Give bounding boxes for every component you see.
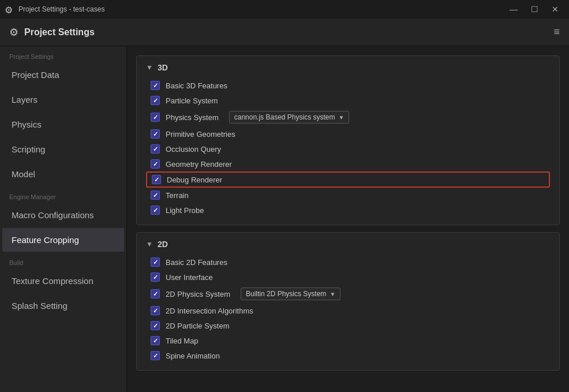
physics-dropdown-arrow: ▼	[339, 114, 345, 121]
label-particle-system: Particle System	[166, 96, 218, 105]
checkbox-tiled-map[interactable]	[151, 336, 160, 345]
minimize-button[interactable]: —	[504, 3, 523, 15]
2d-physics-dropdown-value: Builtin 2D Physics System	[246, 290, 326, 298]
section-2d: ▼ 2D Basic 2D Features User Interface 2D…	[136, 232, 560, 371]
maximize-button[interactable]: ☐	[525, 3, 544, 15]
section-2d-header[interactable]: ▼ 2D	[146, 240, 550, 249]
label-debug-renderer: Debug Renderer	[167, 176, 222, 184]
checkbox-physics-system[interactable]	[151, 113, 160, 122]
checkbox-light-probe[interactable]	[151, 206, 160, 215]
feature-occlusion-query: Occlusion Query	[146, 141, 550, 156]
feature-primitive-geometries: Primitive Geometries	[146, 126, 550, 141]
sidebar-item-splash-setting[interactable]: Splash Setting	[2, 294, 124, 318]
checkbox-2d-intersection[interactable]	[151, 306, 160, 315]
label-2d-physics: 2D Physics System	[166, 290, 230, 298]
feature-debug-renderer: Debug Renderer	[146, 171, 550, 188]
main-layout: Project Settings Project Data Layers Phy…	[0, 46, 569, 392]
checkbox-basic-3d[interactable]	[151, 81, 160, 90]
close-button[interactable]: ✕	[546, 3, 564, 15]
checkbox-debug-renderer[interactable]	[152, 175, 161, 184]
checkbox-particle-system[interactable]	[151, 96, 160, 105]
feature-geometry-renderer: Geometry Renderer	[146, 156, 550, 171]
feature-2d-physics: 2D Physics System Builtin 2D Physics Sys…	[146, 285, 550, 303]
header-left: ⚙ Project Settings	[9, 26, 95, 39]
app: ⚙ Project Settings ≡ Project Settings Pr…	[0, 18, 569, 392]
sidebar-item-texture-compression[interactable]: Texture Compression	[2, 269, 124, 293]
project-group-label: Project Settings	[0, 46, 126, 62]
label-basic-2d: Basic 2D Features	[166, 258, 227, 267]
app-icon: ⚙	[5, 5, 14, 14]
physics-dropdown[interactable]: cannon.js Based Physics system ▼	[229, 111, 350, 124]
label-terrain: Terrain	[166, 191, 189, 200]
sidebar: Project Settings Project Data Layers Phy…	[0, 46, 127, 392]
feature-light-probe: Light Probe	[146, 203, 550, 218]
checkbox-2d-particle[interactable]	[151, 321, 160, 330]
checkbox-basic-2d[interactable]	[151, 257, 160, 267]
sidebar-item-physics[interactable]: Physics	[2, 113, 124, 136]
2d-physics-dropdown[interactable]: Builtin 2D Physics System ▼	[241, 288, 340, 300]
2d-physics-dropdown-arrow: ▼	[330, 291, 335, 297]
feature-2d-particle: 2D Particle System	[146, 318, 550, 333]
label-basic-3d: Basic 3D Features	[166, 81, 227, 90]
feature-tiled-map: Tiled Map	[146, 333, 550, 348]
physics-dropdown-value: cannon.js Based Physics system	[234, 113, 335, 121]
sidebar-item-scripting[interactable]: Scripting	[2, 137, 124, 161]
feature-particle-system: Particle System	[146, 93, 550, 108]
label-user-interface: User Interface	[166, 273, 213, 282]
label-spine-animation: Spine Animation	[166, 352, 220, 360]
checkbox-terrain[interactable]	[151, 191, 160, 200]
engine-group-label: Engine Manager	[0, 186, 126, 203]
checkbox-spine-animation[interactable]	[151, 351, 160, 360]
section-3d-header[interactable]: ▼ 3D	[146, 63, 550, 72]
checkbox-geometry-renderer[interactable]	[151, 159, 160, 169]
header-title: Project Settings	[24, 27, 95, 38]
checkbox-primitive-geometries[interactable]	[151, 129, 160, 139]
titlebar-left: ⚙ Project Settings - test-cases	[5, 5, 104, 14]
feature-basic-3d: Basic 3D Features	[146, 78, 550, 93]
settings-icon: ⚙	[9, 26, 18, 39]
feature-user-interface: User Interface	[146, 270, 550, 285]
label-light-probe: Light Probe	[166, 206, 204, 215]
label-geometry-renderer: Geometry Renderer	[166, 160, 232, 169]
section-3d-chevron: ▼	[146, 64, 153, 72]
window-controls: — ☐ ✕	[504, 3, 564, 15]
menu-icon[interactable]: ≡	[553, 26, 560, 38]
sidebar-item-feature-cropping[interactable]: Feature Cropping	[2, 228, 124, 252]
label-tiled-map: Tiled Map	[166, 337, 199, 345]
header: ⚙ Project Settings ≡	[0, 18, 569, 46]
sidebar-item-layers[interactable]: Layers	[2, 88, 124, 111]
feature-basic-2d: Basic 2D Features	[146, 255, 550, 270]
label-2d-intersection: 2D Intersection Algorithms	[166, 307, 253, 315]
sidebar-item-macro-configurations[interactable]: Macro Configurations	[2, 203, 124, 227]
checkbox-user-interface[interactable]	[151, 272, 160, 282]
sidebar-item-model[interactable]: Model	[2, 162, 124, 186]
feature-physics-system: Physics System cannon.js Based Physics s…	[146, 108, 550, 126]
titlebar-title: Project Settings - test-cases	[18, 5, 104, 13]
checkbox-occlusion-query[interactable]	[151, 144, 160, 154]
label-physics-system: Physics System	[166, 113, 219, 122]
build-group-label: Build	[0, 252, 126, 268]
content-area: ▼ 3D Basic 3D Features Particle System P…	[127, 46, 569, 392]
label-primitive-geometries: Primitive Geometries	[166, 130, 235, 139]
checkbox-2d-physics[interactable]	[151, 289, 160, 298]
label-occlusion-query: Occlusion Query	[166, 145, 221, 154]
sidebar-item-project-data[interactable]: Project Data	[2, 63, 124, 87]
section-2d-label: 2D	[158, 240, 168, 249]
feature-spine-animation: Spine Animation	[146, 348, 550, 363]
label-2d-particle: 2D Particle System	[166, 322, 230, 330]
feature-2d-intersection: 2D Intersection Algorithms	[146, 303, 550, 318]
section-3d: ▼ 3D Basic 3D Features Particle System P…	[136, 55, 560, 225]
section-3d-label: 3D	[158, 63, 168, 72]
feature-terrain: Terrain	[146, 188, 550, 203]
section-2d-chevron: ▼	[146, 240, 153, 248]
titlebar: ⚙ Project Settings - test-cases — ☐ ✕	[0, 0, 569, 18]
